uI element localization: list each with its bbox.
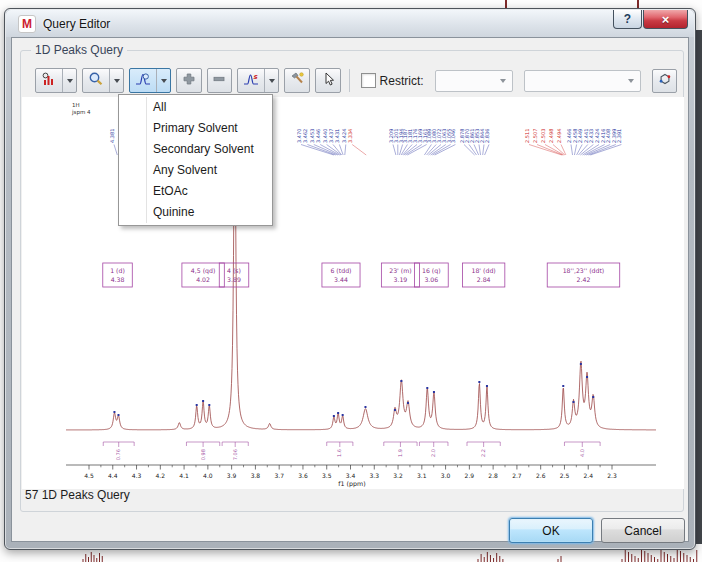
peak-s-icon: s: [243, 71, 259, 91]
svg-text:s: s: [253, 73, 258, 81]
solvent-filter-dropdown-arrow[interactable]: [156, 69, 170, 92]
add-peak-button[interactable]: [176, 68, 202, 93]
peak-list-label: 2.391: [616, 129, 622, 143]
peak-picking-dropdown-arrow[interactable]: [62, 69, 76, 92]
peak-list-label: 2.511: [524, 129, 530, 143]
menu-item-secondary-solvent[interactable]: Secondary Solvent: [119, 139, 272, 160]
peak-list-label: 4.381: [109, 129, 115, 143]
background-window-edge: [696, 30, 702, 544]
peak-list-label: 3.334: [347, 129, 353, 143]
peak-shift-label: 4.02: [196, 276, 210, 283]
integral-value: 0.76: [115, 449, 121, 460]
axis-tick-label: 2.8: [488, 472, 498, 479]
query-editor-dialog: M Query Editor ? × 1D Peaks Query: [4, 8, 696, 550]
axis-tick-label: 4.2: [156, 472, 166, 479]
axis-tick-label: 2.3: [607, 472, 617, 479]
peak-list-label: 3.453: [309, 129, 315, 143]
integral-value: 7.06: [232, 449, 238, 460]
axis-tick-label: 3.9: [227, 472, 237, 479]
title-bar[interactable]: M Query Editor ? ×: [6, 10, 694, 37]
dialog-client-area: 1D Peaks Query: [11, 37, 689, 542]
ok-button[interactable]: OK: [509, 518, 593, 543]
peak-list-label: 2.503: [540, 129, 546, 143]
toolbar-separator: [349, 69, 350, 92]
axis-tick-label: 2.9: [465, 472, 475, 479]
peak-shift-label: 3.89: [227, 276, 241, 283]
solvent-dropdown-menu: AllPrimary SolventSecondary SolventAny S…: [118, 94, 273, 226]
integral-value: 4.0: [579, 449, 585, 457]
mnova-app-icon: M: [18, 15, 36, 33]
menu-item-etoac[interactable]: EtOAc: [119, 181, 272, 202]
peak-assignment-label: 4 (s): [227, 267, 241, 274]
peak-classify-button[interactable]: s: [237, 68, 279, 93]
peak-list-label: 3.437: [328, 129, 334, 143]
molecule-icon: [657, 71, 673, 91]
groupbox-title: 1D Peaks Query: [31, 43, 127, 57]
restrict-label: Restrict:: [380, 74, 426, 88]
peak-shift-label: 2.84: [477, 276, 491, 283]
integral-value: 1.6: [336, 449, 342, 457]
status-text: 57 1D Peaks Query: [25, 488, 130, 502]
menu-item-quinine[interactable]: Quinine: [119, 202, 272, 223]
integral-value: 2.2: [480, 449, 486, 457]
axis-tick-label: 4.4: [108, 472, 118, 479]
screen: M Query Editor ? × 1D Peaks Query: [0, 0, 702, 562]
peak-list-label: 3.431: [334, 129, 340, 143]
peak-assignment-label: 6 (tdd): [330, 267, 351, 274]
solvent-filter-button[interactable]: [129, 68, 171, 93]
cursor-button[interactable]: [315, 68, 341, 93]
menu-gutter: [146, 97, 147, 223]
axis-tick-label: 3.0: [441, 472, 451, 479]
close-button[interactable]: ×: [643, 10, 688, 29]
toolbar: s Restrict:: [35, 67, 677, 94]
experiment-label: 1H: [72, 102, 80, 108]
menu-item-primary-solvent[interactable]: Primary Solvent: [119, 118, 272, 139]
axis-tick-label: 3.7: [274, 472, 284, 479]
restrict-combo-2[interactable]: [524, 70, 642, 92]
experiment-label: jspm 4: [71, 109, 91, 116]
structure-search-button[interactable]: [652, 69, 677, 93]
axis-tick-label: 4.5: [84, 472, 94, 479]
hammer-icon: [289, 71, 305, 91]
peak-list-label: 3.470: [296, 129, 302, 143]
peak-list-label: 3.446: [315, 129, 321, 143]
background-spectrum-fragment: [637, 0, 639, 8]
peak-assignment-label: 4,5 (qd): [191, 267, 216, 275]
peak-classify-dropdown-arrow[interactable]: [264, 69, 278, 92]
cursor-icon: [320, 71, 336, 91]
axis-tick-label: 3.3: [369, 472, 379, 479]
background-spectrum-fragment: [505, 0, 507, 8]
zoom-dropdown-arrow[interactable]: [109, 69, 123, 92]
peak-list-label: 3.424: [341, 129, 347, 143]
menu-item-all[interactable]: All: [119, 97, 272, 118]
axis-tick-label: 4.1: [179, 472, 189, 479]
minus-icon: [211, 71, 227, 91]
menu-item-any-solvent[interactable]: Any Solvent: [119, 160, 272, 181]
build-tools-button[interactable]: [284, 68, 310, 93]
restrict-combo-1[interactable]: [435, 70, 513, 92]
peak-list-label: 2.498: [548, 129, 554, 143]
cancel-button[interactable]: Cancel: [601, 518, 685, 543]
axis-tick-label: 3.1: [417, 472, 427, 479]
axis-tick-label: 2.6: [536, 472, 546, 479]
remove-peak-button[interactable]: [207, 68, 233, 93]
peak-assignment-label: 1 (d): [110, 267, 125, 274]
axis-tick-label: 3.6: [298, 472, 308, 479]
axis-tick-label: 3.8: [251, 472, 261, 479]
axis-tick-label: 3.2: [393, 472, 403, 479]
peak-picking-button[interactable]: [35, 68, 77, 93]
help-button[interactable]: ?: [613, 10, 642, 29]
background-spectrum-fragment: [0, 549, 702, 562]
solvent-filter-icon: [135, 71, 151, 91]
axis-tick-label: 3.4: [346, 472, 356, 479]
window-title: Query Editor: [43, 17, 110, 31]
axis-tick-label: 4.3: [132, 472, 142, 479]
axis-title: f1 (ppm): [338, 480, 365, 488]
plus-icon: [181, 71, 197, 91]
peak-assignment-label: 18'',23'' (ddt): [563, 267, 605, 274]
peak-assignment-label: 18' (dd): [472, 267, 496, 274]
axis-tick-label: 3.5: [322, 472, 332, 479]
restrict-checkbox[interactable]: [361, 73, 376, 88]
zoom-button[interactable]: [82, 68, 124, 93]
integral-value: 1.9: [397, 449, 403, 457]
